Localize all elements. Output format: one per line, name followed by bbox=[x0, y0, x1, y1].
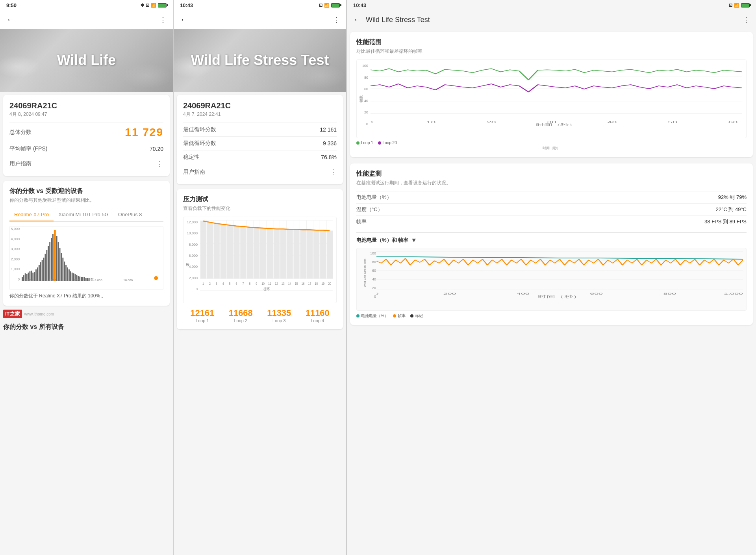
bar-chart-1: 5,000 4,000 3,000 2,000 1,000 0 bbox=[9, 226, 163, 290]
svg-rect-9 bbox=[35, 269, 37, 281]
svg-rect-41 bbox=[85, 278, 87, 281]
svg-rect-24 bbox=[59, 248, 61, 281]
svg-text:800: 800 bbox=[663, 292, 676, 295]
svg-rect-20 bbox=[52, 234, 54, 281]
share-button-3[interactable]: ⋮ bbox=[743, 15, 750, 24]
legend-dot-battery bbox=[356, 314, 359, 317]
perf-range-legend: Loop 1 Loop 20 bbox=[356, 141, 747, 145]
nav-bar-3: ← Wild Life Stress Test ⋮ bbox=[347, 11, 756, 29]
back-button-1[interactable]: ← bbox=[6, 15, 15, 25]
battery-icon-3 bbox=[741, 3, 750, 7]
back-button-2[interactable]: ← bbox=[180, 15, 189, 25]
svg-text:2 000: 2 000 bbox=[26, 278, 33, 281]
battery-row: 电池电量（%） 92% 到 79% bbox=[356, 191, 747, 203]
svg-rect-83 bbox=[240, 226, 246, 278]
device-date-1: 4月 8, 2024 09:47 bbox=[9, 111, 163, 118]
svg-text:20: 20 bbox=[487, 120, 496, 124]
svg-rect-18 bbox=[49, 242, 50, 281]
svg-text:200: 200 bbox=[443, 292, 456, 295]
back-button-3[interactable]: ← bbox=[353, 15, 362, 25]
svg-text:0: 0 bbox=[371, 120, 373, 124]
total-score-row: 总体分数 11 729 bbox=[9, 123, 163, 142]
svg-rect-93 bbox=[307, 230, 313, 278]
svg-rect-17 bbox=[48, 246, 49, 281]
svg-rect-1 bbox=[23, 275, 24, 281]
share-button-1[interactable]: ⋮ bbox=[159, 15, 167, 24]
status-icons-2: ⊡ 📶 bbox=[319, 3, 340, 8]
panel-stress-test: 10:43 ⊡ 📶 ← ⋮ Wild Life Stress Test 2406… bbox=[173, 0, 346, 555]
perf-range-svg: 0 10 20 30 40 50 60 时间（秒） bbox=[371, 64, 742, 126]
fps-value: 70.20 bbox=[150, 146, 163, 152]
svg-rect-77 bbox=[200, 221, 206, 278]
camera-icon-2: ⊡ bbox=[319, 3, 322, 8]
dropdown-arrow[interactable]: ▼ bbox=[411, 237, 417, 244]
legend-dot-loop1 bbox=[356, 141, 359, 145]
nav-bar-2: ← ⋮ bbox=[174, 11, 346, 29]
time-3: 10:43 bbox=[353, 2, 366, 8]
bar-chart-svg-1: 2 000 4 000 6 000 8 000 10 000 分数 bbox=[22, 230, 160, 281]
svg-rect-11 bbox=[39, 265, 40, 281]
fps-label: 平均帧率 (FPS) bbox=[9, 145, 47, 152]
svg-text:时间（秒）: 时间（秒） bbox=[538, 295, 582, 299]
guide-share-icon-1[interactable]: ⋮ bbox=[156, 160, 163, 168]
loop-2-label: Loop 2 bbox=[229, 318, 253, 323]
fps-row-2: 帧率 38 FPS 到 89 FPS bbox=[356, 215, 747, 228]
legend-label-fps: 帧率 bbox=[398, 313, 406, 319]
loop-3: 11335 Loop 3 bbox=[267, 308, 291, 323]
svg-rect-30 bbox=[69, 269, 70, 281]
svg-rect-23 bbox=[58, 242, 59, 281]
watermark-url: www.ithome.com bbox=[24, 312, 54, 316]
stress-chart-svg: 1 2 3 4 5 6 7 8 9 10 11 12 13 14 15 16 1 bbox=[200, 220, 333, 291]
tab-realme[interactable]: Realme X7 Pro bbox=[9, 208, 54, 221]
status-bar-1: 9:50 ✱ ⊡ 📶 bbox=[0, 0, 173, 11]
fps-row: 平均帧率 (FPS) 70.20 bbox=[9, 142, 163, 156]
svg-rect-29 bbox=[67, 267, 68, 281]
legend-mark: 标记 bbox=[410, 313, 423, 319]
svg-text:60: 60 bbox=[728, 120, 738, 124]
svg-text:16: 16 bbox=[302, 282, 305, 286]
comparison-section: 你的分数 vs 受歡迎的设备 你的分数与其他受歡迎型號的结果相比。 Realme… bbox=[3, 181, 170, 306]
stability-value: 76.8% bbox=[321, 154, 337, 160]
watermark-brand: IT之家 bbox=[3, 310, 22, 318]
temp-row: 温度（°C） 22°C 到 49°C bbox=[356, 203, 747, 215]
svg-rect-38 bbox=[81, 277, 82, 281]
guide-share-icon-2[interactable]: ⋮ bbox=[330, 168, 337, 176]
svg-rect-85 bbox=[254, 228, 259, 278]
svg-text:8 000: 8 000 bbox=[94, 278, 102, 281]
svg-text:13: 13 bbox=[282, 282, 285, 286]
svg-text:17: 17 bbox=[308, 282, 311, 286]
temp-label: 温度（°C） bbox=[356, 206, 383, 213]
svg-rect-78 bbox=[207, 222, 213, 278]
tab-oneplus[interactable]: OnePlus 8 bbox=[113, 208, 147, 221]
comparison-subtitle: 你的分数与其他受歡迎型號的结果相比。 bbox=[9, 197, 163, 204]
stability-label: 稳定性 bbox=[183, 154, 200, 161]
svg-rect-19 bbox=[51, 238, 52, 281]
best-loop-label: 最佳循环分数 bbox=[183, 126, 216, 133]
loop-values: 12161 Loop 1 11668 Loop 2 11335 Loop 3 1… bbox=[183, 303, 337, 323]
bluetooth-icon: ✱ bbox=[141, 3, 144, 8]
best-loop-row: 最佳循环分数 12 161 bbox=[183, 123, 337, 136]
chart-dropdown[interactable]: 电池电量（%）和 帧率 ▼ bbox=[356, 232, 747, 244]
svg-text:10: 10 bbox=[426, 120, 436, 124]
tab-xiaomi[interactable]: Xiaomi Mi 10T Pro 5G bbox=[54, 208, 113, 221]
loop-1-label: Loop 1 bbox=[190, 318, 214, 323]
svg-text:7: 7 bbox=[242, 282, 244, 286]
svg-text:分数: 分数 bbox=[88, 278, 94, 281]
svg-rect-40 bbox=[84, 277, 85, 281]
share-button-2[interactable]: ⋮ bbox=[333, 15, 340, 24]
hero-banner-2: Wild Life Stress Test bbox=[174, 29, 346, 92]
perf-range-subtitle: 对比最佳循环和最差循环的帧率 bbox=[356, 48, 747, 55]
device-id-2: 24069RA21C bbox=[183, 101, 337, 110]
loop-4-score: 11160 bbox=[306, 308, 330, 318]
wifi-icon-3: 📶 bbox=[734, 3, 739, 8]
svg-rect-80 bbox=[220, 225, 226, 279]
legend-dot-fps bbox=[393, 314, 396, 317]
loop-4-label: Loop 4 bbox=[306, 318, 330, 323]
perf-range-chart: 100 80 60 40 20 0 帧数 bbox=[356, 59, 747, 138]
panel-wildlife: 9:50 ✱ ⊡ 📶 ← ⋮ Wild Life 24069RA21C 4月 8… bbox=[0, 0, 173, 555]
user-guide-label-2: 用户指南 bbox=[183, 169, 205, 176]
wifi-icon: 📶 bbox=[151, 3, 156, 8]
hero-title-2: Wild Life Stress Test bbox=[191, 52, 329, 69]
score-better-text: 你的分数优于 Realme X7 Pro 结果的 100% 。 bbox=[9, 293, 163, 299]
svg-text:10: 10 bbox=[261, 282, 265, 286]
